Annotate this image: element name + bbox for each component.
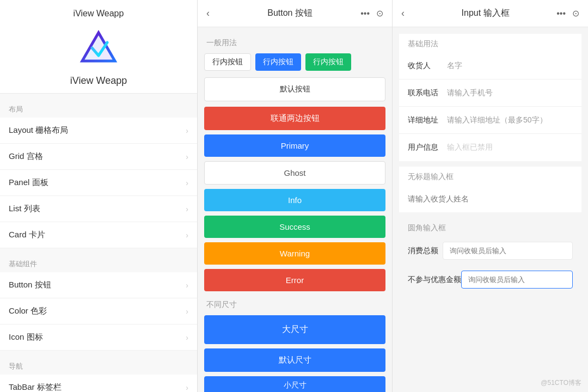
input-label-address: 详细地址 — [408, 115, 443, 125]
nav-label-button: Button 按钮 — [9, 280, 51, 290]
input-section-title-basic: 基础用法 — [399, 34, 581, 52]
input-panel-header: ‹ Input 输入框 ••• ⊙ — [393, 0, 588, 27]
input-panel: ‹ Input 输入框 ••• ⊙ 基础用法 收货人 名字 联系电话 请输入手机… — [393, 0, 588, 392]
nav-label-grid: Grid 宫格 — [9, 151, 43, 162]
watermark: @51CTO博客 — [541, 378, 581, 388]
inline-btn-primary[interactable]: 行内按钮 — [255, 53, 301, 71]
input-row-phone: 联系电话 请输入手机号 — [399, 79, 581, 107]
chevron-icon: › — [186, 383, 188, 392]
button-panel: ‹ Button 按钮 ••• ⊙ 一般用法 行内按钮 行内按钮 行内按钮 默认… — [198, 0, 393, 392]
inline-btn-default[interactable]: 行内按钮 — [204, 53, 251, 71]
input-value-phone[interactable]: 请输入手机号 — [443, 88, 573, 98]
input-panel-title: Input 输入框 — [414, 8, 556, 19]
input-value-userinfo: 输入框已禁用 — [443, 143, 573, 152]
small-button[interactable]: 小尺寸 — [204, 376, 385, 392]
back-icon[interactable]: ‹ — [206, 8, 219, 19]
sidebar-title: iView Weapp — [0, 9, 197, 19]
input-header-icons: ••• ⊙ — [556, 8, 579, 19]
success-button[interactable]: Success — [204, 216, 385, 238]
chevron-icon: › — [186, 205, 188, 213]
sidebar-nav: 布局 Layout 栅格布局 › Grid 宫格 › Panel 面板 › Li… — [0, 94, 197, 392]
chevron-icon: › — [186, 152, 188, 161]
inline-buttons-group: 行内按钮 行内按钮 行内按钮 — [204, 53, 385, 71]
sidebar-item-button[interactable]: Button 按钮 › — [0, 272, 197, 298]
section-title-sizes: 不同尺寸 — [204, 296, 385, 315]
sidebar-item-card[interactable]: Card 卡片 › — [0, 222, 197, 248]
input-value-address[interactable]: 请输入详细地址（最多50字） — [443, 115, 573, 125]
nav-label-panel: Panel 面板 — [9, 177, 48, 188]
rounded-input-discount[interactable] — [461, 271, 573, 289]
input-row-address: 详细地址 请输入详细地址（最多50字） — [399, 107, 581, 134]
sidebar-item-layout[interactable]: Layout 栅格布局 › — [0, 118, 197, 144]
rounded-input-row-total: 消费总额 — [399, 236, 581, 265]
chevron-icon: › — [186, 307, 188, 316]
chevron-icon: › — [186, 126, 188, 135]
nav-label-tabbar: TabBar 标签栏 — [9, 382, 62, 392]
warning-button[interactable]: Warning — [204, 242, 385, 265]
primary-button[interactable]: Primary — [204, 134, 385, 157]
input-value-recipient[interactable]: 名字 — [443, 61, 573, 71]
section-title-basic: 基础组件 — [0, 253, 197, 272]
sidebar-item-list[interactable]: List 列表 › — [0, 196, 197, 222]
sidebar-item-icon[interactable]: Icon 图标 › — [0, 324, 197, 351]
telecom-button[interactable]: 联通两边按钮 — [204, 107, 385, 130]
nav-gap2 — [0, 351, 197, 355]
sidebar-header: iView Weapp — [0, 0, 197, 94]
nav-label-card: Card 卡片 — [9, 230, 45, 240]
sidebar-panel: iView Weapp — [0, 0, 198, 392]
button-panel-title: Button 按钮 — [219, 8, 360, 19]
chevron-icon: › — [186, 231, 188, 240]
input-unlabeled-field[interactable] — [408, 194, 573, 203]
nav-label-icon: Icon 图标 — [9, 332, 43, 342]
rounded-label-discount: 不参与优惠金额 — [408, 275, 461, 285]
info-button[interactable]: Info — [204, 189, 385, 211]
sidebar-item-tabbar[interactable]: TabBar 标签栏 › — [0, 375, 197, 392]
input-section-title-rounded: 圆角输入框 — [399, 218, 581, 236]
input-row-unlabeled — [399, 185, 581, 212]
sidebar-item-grid[interactable]: Grid 宫格 › — [0, 144, 197, 170]
target-icon[interactable]: ⊙ — [376, 8, 383, 19]
section-title-general: 一般用法 — [204, 34, 385, 53]
section-title-layout: 布局 — [0, 98, 197, 118]
input-panel-content: 基础用法 收货人 名字 联系电话 请输入手机号 详细地址 请输入详细地址（最多5… — [393, 27, 588, 392]
nav-label-layout: Layout 栅格布局 — [9, 125, 68, 136]
input-row-recipient: 收货人 名字 — [399, 52, 581, 79]
input-basic-section: 基础用法 收货人 名字 联系电话 请输入手机号 详细地址 请输入详细地址（最多5… — [399, 34, 581, 161]
input-target-icon[interactable]: ⊙ — [572, 8, 579, 19]
nav-label-list: List 列表 — [9, 204, 40, 214]
nav-label-color: Color 色彩 — [9, 306, 47, 316]
default-button[interactable]: 默认按钮 — [204, 77, 385, 101]
chevron-icon: › — [186, 281, 188, 290]
input-label-recipient: 收货人 — [408, 61, 443, 71]
chevron-icon: › — [186, 333, 188, 342]
input-label-userinfo: 用户信息 — [408, 143, 443, 152]
input-unlabeled-section: 无标题输入框 — [399, 167, 581, 212]
chevron-icon: › — [186, 179, 188, 187]
error-button[interactable]: Error — [204, 269, 385, 291]
medium-button[interactable]: 默认尺寸 — [204, 348, 385, 372]
sidebar-app-name: iView Weapp — [0, 75, 197, 87]
input-label-phone: 联系电话 — [408, 88, 443, 98]
sidebar-item-color[interactable]: Color 色彩 › — [0, 298, 197, 324]
button-panel-content: 一般用法 行内按钮 行内按钮 行内按钮 默认按钮 联通两边按钮 Primary … — [198, 27, 392, 392]
more-icon[interactable]: ••• — [360, 9, 370, 19]
section-title-nav: 导航 — [0, 355, 197, 375]
header-icons-right: ••• ⊙ — [360, 8, 383, 19]
large-button[interactable]: 大尺寸 — [204, 315, 385, 344]
button-panel-header: ‹ Button 按钮 ••• ⊙ — [198, 0, 392, 27]
sidebar-item-panel[interactable]: Panel 面板 › — [0, 170, 197, 196]
rounded-label-total: 消费总额 — [408, 246, 443, 256]
input-more-icon[interactable]: ••• — [556, 9, 566, 19]
rounded-input-total[interactable] — [443, 242, 573, 260]
rounded-input-row-discount: 不参与优惠金额 — [399, 265, 581, 294]
app-logo — [77, 27, 120, 71]
inline-btn-success[interactable]: 行内按钮 — [305, 53, 351, 71]
input-rounded-section: 圆角输入框 消费总额 不参与优惠金额 — [399, 218, 581, 294]
input-row-userinfo: 用户信息 输入框已禁用 — [399, 134, 581, 161]
input-back-icon[interactable]: ‹ — [401, 8, 414, 19]
input-section-title-unlabeled: 无标题输入框 — [399, 167, 581, 185]
ghost-button[interactable]: Ghost — [204, 161, 385, 185]
nav-gap — [0, 248, 197, 253]
